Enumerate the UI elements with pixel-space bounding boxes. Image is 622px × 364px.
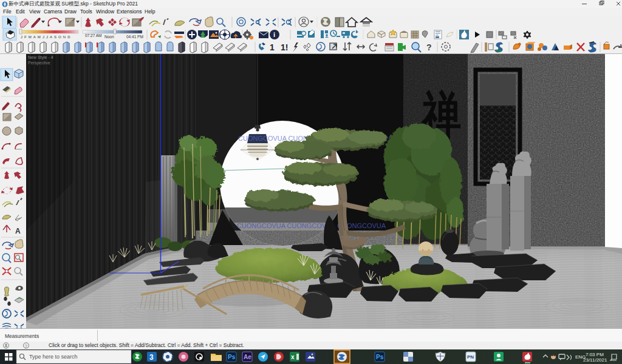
svg-text:Perspective: Perspective [28,61,50,66]
svg-text:07:27 AM: 07:27 AM [85,33,101,38]
svg-text:i: i [273,31,275,38]
svg-text:Ps: Ps [376,354,384,360]
svg-text:1: 1 [270,42,275,52]
svg-text:?: ? [25,343,28,349]
svg-text:?: ? [426,42,432,52]
svg-text:JFMAMJJASOND: JFMAMJJASOND [21,35,72,39]
svg-text:A: A [15,227,21,235]
svg-text:New Style - 4: New Style - 4 [28,55,53,60]
svg-text:04:41 PM: 04:41 PM [126,35,143,39]
svg-text:Noon: Noon [104,35,114,39]
svg-text:23/11/2021: 23/11/2021 [583,357,607,363]
svg-text:CUONGCOVUA CUONGCOVUA CUONGC: CUONGCOVUA CUONGCOVUA CUONGCOVUA [237,222,386,229]
svg-text:Ps: Ps [228,354,236,360]
svg-text:PN: PN [467,354,474,360]
svg-text:Ae: Ae [244,354,251,360]
svg-text:7:03 PM: 7:03 PM [586,352,604,357]
svg-text:x: x [291,354,295,360]
svg-text:1!: 1! [281,42,288,52]
svg-text:Type here to search: Type here to search [29,354,78,360]
svg-text:3: 3 [149,353,154,362]
